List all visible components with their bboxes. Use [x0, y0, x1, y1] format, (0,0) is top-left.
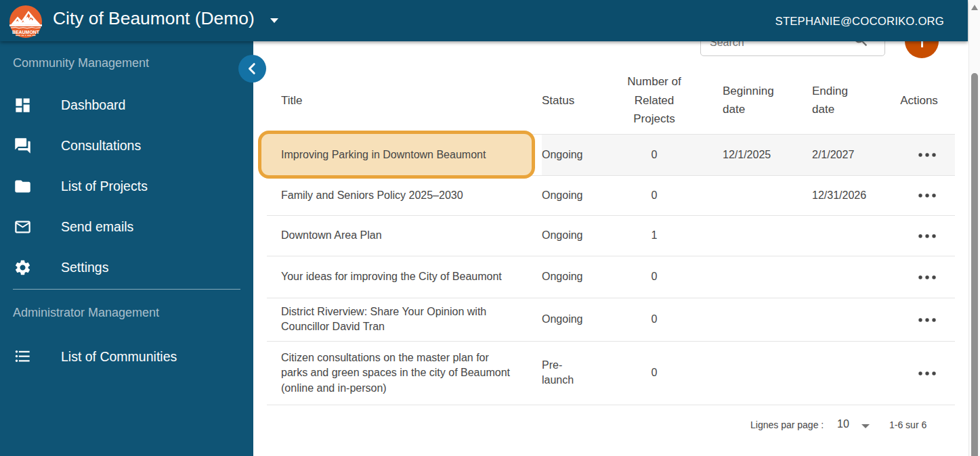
- svg-text:BEAUMONT: BEAUMONT: [12, 29, 39, 35]
